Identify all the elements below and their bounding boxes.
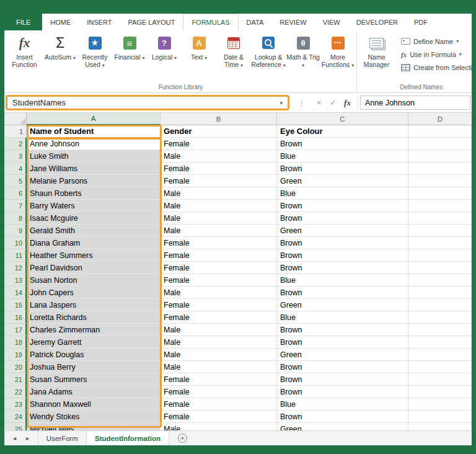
cell-D10[interactable] (408, 237, 472, 249)
cell-D22[interactable] (408, 386, 472, 398)
tab-developer[interactable]: DEVELOPER (348, 14, 406, 30)
cell-A21[interactable]: Susan Summers (27, 373, 161, 386)
cell-A17[interactable]: Charles Zimmerman (27, 324, 161, 336)
sheet-nav-right-icon[interactable]: ► (25, 435, 30, 442)
cell-B4[interactable]: Female (161, 162, 277, 175)
cell-C8[interactable]: Brown (277, 212, 408, 225)
cell-C6[interactable]: Blue (277, 187, 408, 200)
cell-D8[interactable] (408, 212, 472, 225)
cell-C11[interactable]: Brown (277, 249, 408, 262)
cell-C20[interactable]: Brown (277, 361, 408, 373)
text-button[interactable]: A Text ▾ (182, 31, 216, 61)
cell-B8[interactable]: Male (161, 212, 277, 225)
tab-insert[interactable]: INSERT (79, 14, 120, 30)
cell-A23[interactable]: Shannon Maxwell (27, 398, 161, 411)
cell-A20[interactable]: Joshua Berry (27, 361, 161, 373)
cell-B11[interactable]: Female (161, 249, 277, 262)
math-trig-button[interactable]: θ Math & Trig ▾ (286, 31, 320, 69)
row-header-23[interactable]: 23 (4, 398, 27, 411)
cell-B25[interactable]: Male (161, 423, 277, 430)
create-from-selection-button[interactable]: Create from Selection (399, 61, 472, 74)
cell-A14[interactable]: John Capers (27, 287, 161, 299)
row-header-13[interactable]: 13 (4, 274, 27, 287)
tab-home[interactable]: HOME (42, 14, 79, 30)
name-box[interactable]: StudentNames ▾ (6, 95, 289, 110)
cell-A12[interactable]: Pearl Davidson (27, 262, 161, 274)
tab-data[interactable]: DATA (239, 14, 272, 30)
row-header-7[interactable]: 7 (4, 200, 27, 212)
tab-view[interactable]: VIEW (315, 14, 348, 30)
cell-A16[interactable]: Loretta Richards (27, 311, 161, 324)
cancel-button[interactable]: × (312, 98, 326, 107)
cell-B21[interactable]: Female (161, 373, 277, 386)
row-header-12[interactable]: 12 (4, 262, 27, 274)
tab-formulas[interactable]: FORMULAS (183, 14, 238, 31)
row-header-5[interactable]: 5 (4, 175, 27, 187)
row-header-18[interactable]: 18 (4, 336, 27, 349)
cell-A15[interactable]: Lana Jaspers (27, 299, 161, 311)
cell-D7[interactable] (408, 200, 472, 212)
row-header-16[interactable]: 16 (4, 311, 27, 324)
cell-C5[interactable]: Green (277, 175, 408, 187)
cell-B14[interactable]: Male (161, 287, 277, 299)
cell-D1[interactable] (408, 125, 472, 138)
column-header-A[interactable]: A (27, 113, 161, 125)
cell-B20[interactable]: Male (161, 361, 277, 373)
cell-D24[interactable] (408, 411, 472, 423)
cell-D13[interactable] (408, 274, 472, 287)
name-manager-button[interactable]: Name Manager (358, 31, 395, 69)
cell-D4[interactable] (408, 162, 472, 175)
cell-D5[interactable] (408, 175, 472, 187)
cell-B24[interactable]: Female (161, 411, 277, 423)
cell-C4[interactable]: Brown (277, 162, 408, 175)
tab-page-layout[interactable]: PAGE LAYOUT (120, 14, 183, 30)
row-header-21[interactable]: 21 (4, 373, 27, 386)
cell-B5[interactable]: Female (161, 175, 277, 187)
row-header-6[interactable]: 6 (4, 187, 27, 200)
cell-D12[interactable] (408, 262, 472, 274)
cell-A10[interactable]: Diana Graham (27, 237, 161, 249)
row-header-17[interactable]: 17 (4, 324, 27, 336)
cell-B1[interactable]: Gender (161, 125, 277, 138)
cell-B13[interactable]: Female (161, 274, 277, 287)
cell-C9[interactable]: Green (277, 225, 408, 237)
cell-A8[interactable]: Isaac Mcguire (27, 212, 161, 225)
row-header-2[interactable]: 2 (4, 138, 27, 150)
cell-C15[interactable]: Green (277, 299, 408, 311)
cell-D16[interactable] (408, 311, 472, 324)
cell-C23[interactable]: Blue (277, 398, 408, 411)
row-header-20[interactable]: 20 (4, 361, 27, 373)
cell-D25[interactable] (408, 423, 472, 430)
row-header-24[interactable]: 24 (4, 411, 27, 423)
column-header-C[interactable]: C (277, 113, 408, 125)
cell-A11[interactable]: Heather Summers (27, 249, 161, 262)
cell-B19[interactable]: Male (161, 349, 277, 361)
cell-A2[interactable]: Anne Johnson (27, 138, 161, 150)
cell-C7[interactable]: Brown (277, 200, 408, 212)
cell-C21[interactable]: Brown (277, 373, 408, 386)
cell-A18[interactable]: Jeremy Garrett (27, 336, 161, 349)
logical-button[interactable]: ? Logical ▾ (147, 31, 182, 61)
sheet-nav-left-icon[interactable]: ◄ (12, 435, 17, 442)
cell-A7[interactable]: Barry Waters (27, 200, 161, 212)
cell-D2[interactable] (408, 138, 472, 150)
cell-A5[interactable]: Melanie Parsons (27, 175, 161, 187)
row-header-1[interactable]: 1 (4, 125, 27, 138)
insert-function-fx-button[interactable]: fx (340, 98, 355, 108)
cell-B16[interactable]: Female (161, 311, 277, 324)
cell-C14[interactable]: Brown (277, 287, 408, 299)
cell-B2[interactable]: Female (161, 138, 277, 150)
cell-D9[interactable] (408, 225, 472, 237)
define-name-button[interactable]: Define Name ▾ (399, 35, 472, 48)
row-header-9[interactable]: 9 (4, 225, 27, 237)
cell-B23[interactable]: Female (161, 398, 277, 411)
cell-A6[interactable]: Shaun Roberts (27, 187, 161, 200)
cell-C3[interactable]: Blue (277, 150, 408, 162)
cell-B6[interactable]: Male (161, 187, 277, 200)
tab-pdf[interactable]: PDF (406, 14, 436, 30)
sheet-tab-studentinformation[interactable]: StudentInformation (87, 431, 169, 445)
recently-used-button[interactable]: ★ Recently Used ▾ (77, 31, 112, 69)
cell-D20[interactable] (408, 361, 472, 373)
tab-file[interactable]: FILE (4, 14, 42, 30)
cell-A24[interactable]: Wendy Stokes (27, 411, 161, 423)
